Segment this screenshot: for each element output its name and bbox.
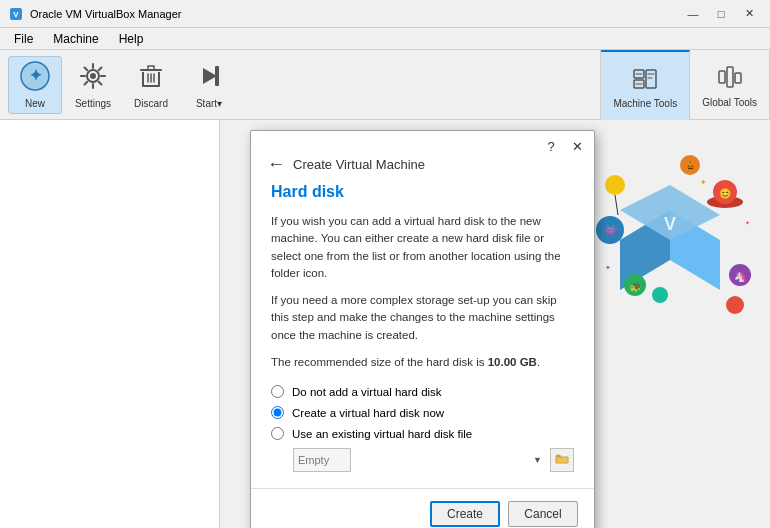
- discard-button[interactable]: Discard: [124, 56, 178, 114]
- browse-folder-button[interactable]: [550, 448, 574, 472]
- back-button[interactable]: ←: [267, 155, 285, 173]
- disk-dropdown-wrapper: Empty ▼: [293, 448, 546, 472]
- settings-button[interactable]: Settings: [66, 56, 120, 114]
- global-tools-button[interactable]: Global Tools: [690, 50, 770, 120]
- discard-label: Discard: [134, 98, 168, 109]
- right-content: V 😊 👾 🎃 🐢 🦄: [220, 120, 770, 528]
- svg-rect-37: [556, 457, 568, 463]
- dialog-body: Hard disk If you wish you can add a virt…: [251, 183, 594, 488]
- radio-existing-disk[interactable]: [271, 427, 284, 440]
- description-2: If you need a more complex storage set-u…: [271, 292, 574, 344]
- svg-point-6: [90, 73, 96, 79]
- recommended-text: The recommended size of the hard disk is…: [271, 354, 574, 371]
- dialog-header-title: Create Virtual Machine: [293, 157, 425, 172]
- window-title: Oracle VM VirtualBox Manager: [30, 8, 680, 20]
- disk-dropdown[interactable]: Empty: [293, 448, 351, 472]
- new-icon: ✦: [19, 60, 51, 94]
- dialog-close-button[interactable]: ✕: [568, 137, 586, 155]
- svg-text:V: V: [13, 10, 19, 19]
- new-label: New: [25, 98, 45, 109]
- create-button[interactable]: Create: [430, 501, 500, 527]
- start-label: Start▾: [196, 98, 222, 109]
- toolbar: ✦ New Settings: [0, 50, 770, 120]
- option-existing-disk[interactable]: Use an existing virtual hard disk file: [271, 427, 574, 440]
- machine-tools-icon: [631, 64, 659, 94]
- machine-tools-label: Machine Tools: [613, 98, 677, 109]
- main-area: V 😊 👾 🎃 🐢 🦄: [0, 120, 770, 528]
- description-1: If you wish you can add a virtual hard d…: [271, 213, 574, 282]
- recommended-size: 10.00 GB: [488, 356, 537, 368]
- machine-tools-button[interactable]: Machine Tools: [601, 50, 690, 120]
- svg-rect-12: [719, 71, 725, 83]
- discard-icon: [135, 60, 167, 94]
- title-bar: V Oracle VM VirtualBox Manager — □ ✕: [0, 0, 770, 28]
- radio-create-disk[interactable]: [271, 406, 284, 419]
- dialog-header: ← Create Virtual Machine: [251, 155, 594, 183]
- menu-machine[interactable]: Machine: [43, 30, 108, 48]
- tools-panel: Machine Tools Global Tools: [600, 50, 770, 120]
- vm-list: [0, 120, 220, 528]
- dialog-overlay: ? ✕ ← Create Virtual Machine Hard disk I…: [220, 120, 770, 528]
- global-tools-icon: [716, 63, 744, 93]
- section-title: Hard disk: [271, 183, 574, 201]
- radio-no-disk[interactable]: [271, 385, 284, 398]
- svg-rect-14: [735, 73, 741, 83]
- cancel-button[interactable]: Cancel: [508, 501, 578, 527]
- dialog-titlebar: ? ✕: [251, 131, 594, 155]
- menu-bar: File Machine Help: [0, 28, 770, 50]
- dialog-footer: Create Cancel: [251, 488, 594, 528]
- settings-icon: [77, 60, 109, 94]
- option-no-disk[interactable]: Do not add a virtual hard disk: [271, 385, 574, 398]
- svg-rect-11: [646, 70, 656, 88]
- minimize-button[interactable]: —: [680, 4, 706, 24]
- start-button[interactable]: Start▾: [182, 56, 236, 114]
- app-icon: V: [8, 6, 24, 22]
- menu-file[interactable]: File: [4, 30, 43, 48]
- dialog-help-button[interactable]: ?: [542, 137, 560, 155]
- hard-disk-dialog: ? ✕ ← Create Virtual Machine Hard disk I…: [250, 130, 595, 528]
- svg-rect-13: [727, 67, 733, 87]
- svg-marker-7: [203, 68, 217, 84]
- window-controls: — □ ✕: [680, 4, 762, 24]
- disk-selector: Empty ▼: [293, 448, 574, 472]
- toolbar-buttons: ✦ New Settings: [8, 56, 236, 114]
- svg-text:✦: ✦: [29, 67, 43, 84]
- start-icon: [193, 60, 225, 94]
- svg-rect-8: [215, 66, 219, 86]
- global-tools-label: Global Tools: [702, 97, 757, 108]
- option-create-disk[interactable]: Create a virtual hard disk now: [271, 406, 574, 419]
- menu-help[interactable]: Help: [109, 30, 154, 48]
- folder-icon: [555, 452, 569, 469]
- maximize-button[interactable]: □: [708, 4, 734, 24]
- new-button[interactable]: ✦ New: [8, 56, 62, 114]
- close-button[interactable]: ✕: [736, 4, 762, 24]
- dropdown-arrow-icon: ▼: [533, 455, 542, 465]
- settings-label: Settings: [75, 98, 111, 109]
